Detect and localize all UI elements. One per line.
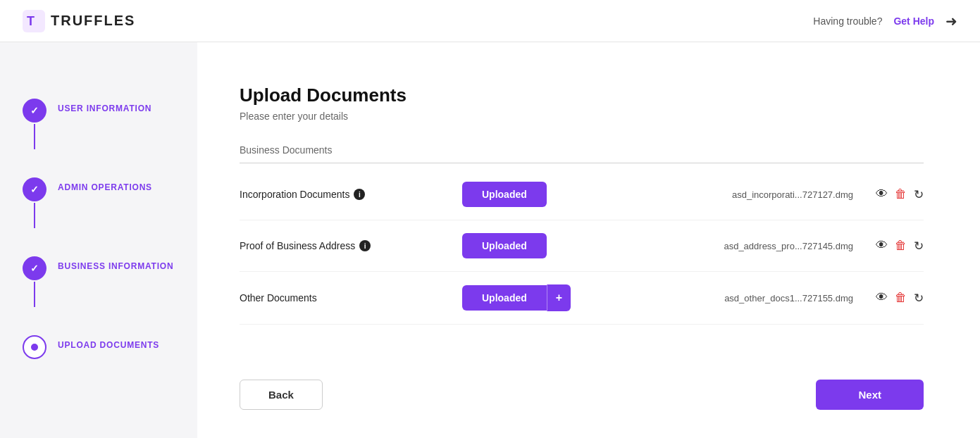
doc-actions-incorporation: 👁 🗑 ↻ bbox=[876, 187, 924, 202]
step-line-user-info bbox=[34, 124, 35, 149]
info-icon-incorporation[interactable]: i bbox=[354, 189, 365, 200]
doc-name-proof-address: Proof of Business Address i bbox=[240, 240, 451, 251]
sidebar-label-business-info: BUSINESS INFORMATION bbox=[58, 256, 173, 271]
step-left-admin-ops: ✓ bbox=[23, 177, 46, 228]
header: T TRUFFLES Having trouble? Get Help ➜ bbox=[0, 0, 980, 42]
view-icon-other-docs[interactable]: 👁 bbox=[876, 291, 888, 305]
page-subtitle: Please enter your details bbox=[240, 111, 924, 122]
file-name-incorporation: asd_incorporati...727127.dmg bbox=[558, 189, 864, 200]
step-left-user-info: ✓ bbox=[23, 99, 46, 149]
get-help-link[interactable]: Get Help bbox=[893, 15, 934, 27]
doc-row-other-docs: Other Documents Uploaded + asd_other_doc… bbox=[240, 272, 924, 325]
logo-text: TRUFFLES bbox=[51, 13, 135, 29]
view-icon-incorporation[interactable]: 👁 bbox=[876, 187, 888, 201]
doc-actions-proof-address: 👁 🗑 ↻ bbox=[876, 239, 924, 254]
doc-name-other-docs: Other Documents bbox=[240, 292, 451, 304]
step-circle-user-info: ✓ bbox=[23, 99, 46, 123]
step-circle-upload-docs bbox=[23, 335, 46, 359]
content-area: Upload Documents Please enter your detai… bbox=[197, 42, 980, 438]
svg-text:T: T bbox=[27, 14, 36, 28]
doc-label-incorporation: Incorporation Documents bbox=[240, 189, 349, 200]
header-right: Having trouble? Get Help ➜ bbox=[813, 13, 957, 30]
sidebar-item-admin-ops: ✓ ADMIN OPERATIONS bbox=[23, 177, 175, 256]
delete-icon-proof-address[interactable]: 🗑 bbox=[895, 239, 907, 253]
doc-row-incorporation: Incorporation Documents i Uploaded asd_i… bbox=[240, 169, 924, 220]
uploaded-button-proof-address[interactable]: Uploaded bbox=[462, 233, 547, 258]
page-title: Upload Documents bbox=[240, 85, 924, 106]
step-left-business-info: ✓ bbox=[23, 256, 46, 307]
dot-icon-upload-docs bbox=[31, 344, 38, 351]
back-button[interactable]: Back bbox=[240, 380, 323, 410]
delete-icon-other-docs[interactable]: 🗑 bbox=[895, 291, 907, 305]
logo-icon: T bbox=[23, 10, 45, 32]
check-icon-business-info: ✓ bbox=[30, 263, 39, 274]
delete-icon-incorporation[interactable]: 🗑 bbox=[895, 187, 907, 201]
sidebar-item-upload-docs: UPLOAD DOCUMENTS bbox=[23, 335, 175, 359]
sidebar-item-user-info: ✓ USER INFORMATION bbox=[23, 99, 175, 177]
view-icon-proof-address[interactable]: 👁 bbox=[876, 239, 888, 253]
section-label: Business Documents bbox=[240, 144, 924, 163]
step-circle-business-info: ✓ bbox=[23, 256, 46, 280]
upload-btn-group-proof-address: Uploaded bbox=[462, 233, 547, 258]
sidebar-label-user-info: USER INFORMATION bbox=[58, 99, 151, 113]
trouble-text: Having trouble? bbox=[813, 15, 882, 27]
doc-name-incorporation: Incorporation Documents i bbox=[240, 189, 451, 200]
check-icon-admin-ops: ✓ bbox=[30, 184, 39, 195]
sidebar-item-business-info: ✓ BUSINESS INFORMATION bbox=[23, 256, 175, 335]
file-name-other-docs: asd_other_docs1...727155.dmg bbox=[582, 293, 864, 304]
footer-buttons: Back Next bbox=[240, 351, 924, 410]
uploaded-button-other-docs[interactable]: Uploaded bbox=[462, 285, 547, 311]
file-name-proof-address: asd_address_pro...727145.dmg bbox=[558, 241, 864, 251]
info-icon-proof-address[interactable]: i bbox=[359, 240, 371, 251]
doc-label-other-docs: Other Documents bbox=[240, 292, 317, 304]
add-more-button-other-docs[interactable]: + bbox=[547, 284, 571, 311]
step-left-upload-docs bbox=[23, 335, 46, 359]
step-line-admin-ops bbox=[34, 203, 35, 228]
step-line-business-info bbox=[34, 282, 35, 307]
next-button[interactable]: Next bbox=[816, 380, 924, 410]
doc-actions-other-docs: 👁 🗑 ↻ bbox=[876, 291, 924, 306]
sidebar-label-upload-docs: UPLOAD DOCUMENTS bbox=[58, 335, 159, 350]
logo: T TRUFFLES bbox=[23, 10, 135, 32]
step-circle-admin-ops: ✓ bbox=[23, 177, 46, 201]
sidebar-label-admin-ops: ADMIN OPERATIONS bbox=[58, 177, 152, 192]
exit-icon[interactable]: ➜ bbox=[945, 13, 957, 30]
refresh-icon-other-docs[interactable]: ↻ bbox=[914, 291, 924, 306]
uploaded-button-incorporation[interactable]: Uploaded bbox=[462, 182, 547, 207]
main-layout: ✓ USER INFORMATION ✓ ADMIN OPERATIONS ✓ bbox=[0, 42, 980, 438]
upload-btn-group-incorporation: Uploaded bbox=[462, 182, 547, 207]
refresh-icon-incorporation[interactable]: ↻ bbox=[914, 187, 924, 202]
doc-label-proof-address: Proof of Business Address bbox=[240, 240, 355, 251]
sidebar: ✓ USER INFORMATION ✓ ADMIN OPERATIONS ✓ bbox=[0, 42, 197, 438]
upload-btn-group-other-docs: Uploaded + bbox=[462, 284, 571, 311]
refresh-icon-proof-address[interactable]: ↻ bbox=[914, 239, 924, 254]
check-icon-user-info: ✓ bbox=[30, 105, 39, 116]
doc-row-proof-address: Proof of Business Address i Uploaded asd… bbox=[240, 220, 924, 272]
